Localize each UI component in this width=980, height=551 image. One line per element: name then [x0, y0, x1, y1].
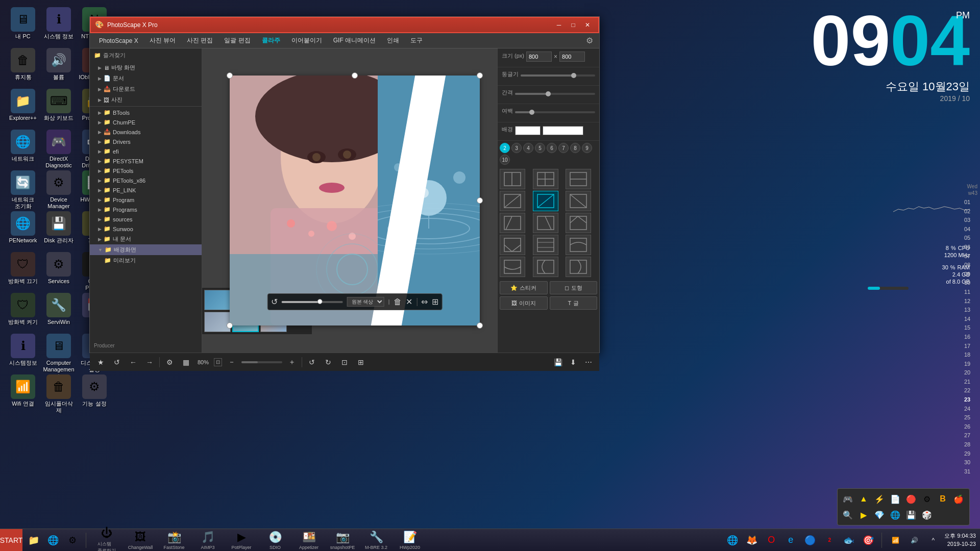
zoom-in-btn[interactable]: ＋ [285, 356, 299, 369]
layout-3-3[interactable] [566, 213, 591, 233]
layout-1-2[interactable] [533, 169, 558, 189]
tree-wallpaper-selected[interactable]: ▼ 📁 배경화면 [90, 244, 202, 255]
num-circle-10[interactable]: 10 [500, 155, 510, 165]
tray-icon-2[interactable]: ▲ [856, 492, 871, 506]
desktop-icon-penetwork[interactable]: 🌐 PENetwork [5, 209, 41, 246]
layout-2-1[interactable] [500, 191, 525, 211]
desktop-icon-directx[interactable]: 🎮 DirectXDiagnostic [41, 128, 77, 171]
taskbar-app-changewall[interactable]: 🖼 ChangeWall [124, 530, 157, 550]
tray-icon-1[interactable]: 🎮 [841, 492, 855, 506]
handle-tr[interactable] [477, 72, 483, 79]
layout-3-1[interactable] [500, 213, 525, 233]
tree-sources[interactable]: ▶ 📁 sources [90, 214, 202, 224]
taskbar-icon-folder[interactable]: 📁 [24, 531, 43, 549]
sidebar-documents[interactable]: ▶ 📄 문서 [90, 73, 202, 84]
tree-program[interactable]: ▶ 📁 Program [90, 195, 202, 205]
handle-bl[interactable] [227, 322, 233, 329]
tree-pe-link[interactable]: ▶ 📁 PE_LINK [90, 185, 202, 195]
num-circle-4[interactable]: 4 [523, 143, 533, 153]
grid-icon[interactable]: ⊞ [432, 297, 438, 307]
layout-4-3[interactable] [566, 235, 591, 255]
rotate-cw-btn[interactable]: ↻ [322, 356, 335, 369]
tree-btools[interactable]: ▶ 📁 BTools [90, 108, 202, 117]
desktop-icon-network[interactable]: 🌐 네트워크 [5, 128, 41, 164]
tree-chumpe[interactable]: ▶ 📁 ChumPE [90, 117, 202, 127]
taskbar-app-mbrpe[interactable]: 🔧 M-BRE 3.2 [360, 530, 393, 550]
handle-tm[interactable] [352, 72, 358, 79]
spacing-thumb[interactable] [546, 91, 551, 96]
num-circle-9[interactable]: 9 [582, 143, 592, 153]
menu-collage[interactable]: 콜라주 [257, 34, 285, 47]
tree-pesystem[interactable]: ▶ 📁 PESYSTEM [90, 156, 202, 166]
taskbar-app-potplayer[interactable]: ▶ PotPlayer [225, 530, 258, 550]
spacing-slider[interactable] [515, 93, 595, 95]
image-btn[interactable]: 🖼 이미지 [500, 296, 548, 310]
download-btn[interactable]: ⬇ [567, 356, 580, 369]
taskbar-app-snapshot[interactable]: 📷 snapshotPE [326, 530, 359, 550]
minimize-button[interactable]: ─ [552, 19, 566, 31]
tray-icon-12[interactable]: 🌐 [888, 508, 902, 522]
tray-icon-14[interactable]: 🎲 [920, 508, 934, 522]
layout-4-2[interactable] [533, 235, 558, 255]
tree-petools[interactable]: ▶ 📁 PETools [90, 166, 202, 176]
taskbar-ie[interactable]: e [781, 531, 800, 549]
desktop-icon-my-pc[interactable]: 🖥 내 PC [5, 5, 41, 42]
taskbar-chrome[interactable]: 🌐 [723, 531, 742, 549]
taskbar-opera[interactable]: O [762, 531, 780, 549]
tray-icon-13[interactable]: 💾 [904, 508, 918, 522]
taskbar-icon-settings[interactable]: ⚙ [63, 531, 82, 549]
margin-slider[interactable] [515, 111, 595, 113]
text-btn[interactable]: T 글 [550, 296, 598, 310]
rounding-slider[interactable] [521, 74, 595, 77]
layout-2-2-active[interactable] [533, 191, 558, 211]
desktop-icon-recycle[interactable]: 🗑 휴지통 [5, 46, 41, 83]
handle-tl[interactable] [227, 72, 233, 79]
desktop-icon-volume[interactable]: 🔊 볼륨 [41, 46, 77, 83]
tray-icon-8[interactable]: 🍎 [951, 492, 966, 506]
maximize-button[interactable]: □ [567, 19, 580, 31]
layout-3-2[interactable] [533, 213, 558, 233]
original-color-select[interactable]: 원본 색상 [347, 297, 384, 307]
rotate-ccw-btn[interactable]: ↺ [305, 356, 318, 369]
taskbar-misc[interactable]: 🎯 [859, 531, 877, 549]
more-btn[interactable]: ⋯ [582, 356, 595, 369]
taskbar-app-shutdown[interactable]: ⏻ 시스템종료하기 [90, 530, 123, 550]
tree-petools-x86[interactable]: ▶ 📁 PETools_x86 [90, 176, 202, 185]
taskbar-app-aimp3[interactable]: 🎵 AIMP3 [191, 530, 224, 550]
handle-br[interactable] [477, 322, 483, 329]
thumb-4[interactable] [204, 312, 231, 332]
tray-arrow-up[interactable]: ^ [924, 531, 942, 549]
handle-mr[interactable] [477, 197, 483, 204]
tree-preview[interactable]: 📁 미리보기 [90, 255, 202, 266]
menu-photo-viewer[interactable]: 사진 뷰어 [144, 34, 181, 47]
zoom-out-btn[interactable]: － [225, 356, 238, 369]
taskbar-icon-browser[interactable]: 🌐 [44, 531, 62, 549]
forward-btn[interactable]: → [143, 356, 156, 369]
desktop-icon-serviwin[interactable]: 🔧 ServiWin [41, 291, 77, 328]
zoom-slider[interactable] [241, 361, 282, 363]
sidebar-downloads[interactable]: ▶ 📥 다운로드 [90, 84, 202, 94]
tray-icon-7[interactable]: B [936, 492, 950, 506]
num-circle-3[interactable]: 3 [511, 143, 522, 153]
menu-photoscapex[interactable]: PhotoScape X [94, 35, 143, 46]
desktop-icon-services[interactable]: ⚙ Services [41, 250, 77, 287]
tray-icon-10[interactable]: ▶ [856, 508, 871, 522]
menu-batch-edit[interactable]: 일괄 편집 [219, 34, 255, 47]
tree-efi[interactable]: ▶ 📁 efi [90, 146, 202, 156]
layout-5-3[interactable] [566, 257, 591, 277]
sidebar-photos[interactable]: ▶ 🖼 사진 [90, 94, 202, 105]
taskbar-fish[interactable]: 🐟 [840, 531, 858, 549]
popup-close-icon[interactable]: ✕ [406, 297, 412, 307]
tray-icon-5[interactable]: 🔴 [904, 492, 918, 506]
desktop-icon-wifi[interactable]: 📶 Wifi 연결 [5, 372, 41, 409]
menu-photo-edit[interactable]: 사진 편집 [182, 34, 218, 47]
close-button[interactable]: ✕ [581, 19, 594, 31]
start-button[interactable]: START [0, 529, 22, 552]
tree-my-docs[interactable]: ▶ 📁 내 문서 [90, 234, 202, 244]
resize-canvas-btn[interactable]: ⊞ [354, 356, 368, 369]
tray-wifi[interactable]: 📶 [886, 531, 904, 549]
favorites-btn[interactable]: ★ [94, 356, 107, 369]
favorites-header[interactable]: 📁 즐겨찾기 [90, 48, 202, 62]
desktop-icon-sysinfo2[interactable]: ℹ 시스템정보 [5, 332, 41, 368]
taskbar-app-hwp[interactable]: 📝 HWp2020 [394, 530, 426, 550]
